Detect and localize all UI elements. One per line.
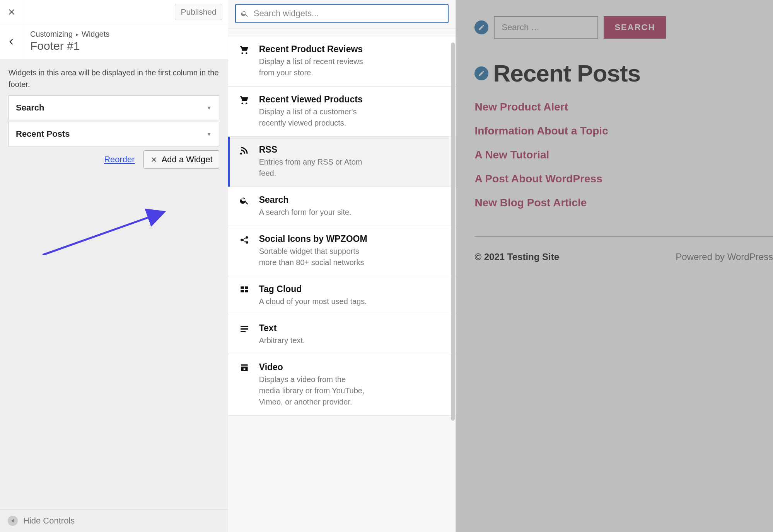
available-widget-recent-viewed-products[interactable]: Recent Viewed ProductsDisplay a list of …: [228, 87, 456, 137]
cart-icon: [238, 94, 251, 129]
area-description: Widgets in this area will be displayed i…: [0, 59, 228, 95]
widget-description: Arbitrary text.: [259, 335, 305, 346]
current-widget-recent-posts[interactable]: Recent Posts ▼: [9, 122, 219, 146]
svg-rect-3: [241, 290, 244, 292]
close-icon: [150, 156, 158, 163]
reorder-link[interactable]: Reorder: [104, 155, 135, 165]
share-icon: [238, 234, 251, 268]
back-button[interactable]: [0, 24, 23, 59]
available-widget-video[interactable]: VideoDisplays a video from the media lib…: [228, 354, 456, 416]
breadcrumb: Customizing ▸ Widgets: [30, 30, 221, 39]
svg-rect-2: [245, 286, 248, 289]
widget-title: Tag Cloud: [259, 284, 367, 294]
widgets-scrollbar[interactable]: [451, 42, 455, 527]
widget-text: VideoDisplays a video from the media lib…: [259, 362, 367, 408]
widget-description: A search form for your site.: [259, 207, 352, 218]
published-button[interactable]: Published: [175, 4, 222, 20]
site-preview: Search … SEARCH Recent Posts New Product…: [456, 0, 773, 532]
widget-title: Text: [259, 323, 305, 333]
hide-controls-button[interactable]: Hide Controls: [0, 509, 228, 532]
widget-title: RSS: [259, 144, 367, 155]
publish-status-area: Published: [23, 0, 228, 24]
widget-search-wrap: [228, 0, 456, 29]
widget-title: Recent Viewed Products: [259, 94, 367, 105]
close-icon: [7, 7, 16, 17]
widget-search-box[interactable]: [235, 4, 449, 23]
available-widget-recent-product-reviews[interactable]: Recent Product ReviewsDisplay a list of …: [228, 36, 456, 87]
widget-text: Recent Viewed ProductsDisplay a list of …: [259, 94, 367, 129]
available-widgets-panel: Recent Product ReviewsDisplay a list of …: [228, 0, 456, 532]
available-widget-tag-cloud[interactable]: Tag CloudA cloud of your most used tags.: [228, 276, 456, 315]
widget-text: RSSEntries from any RSS or Atom feed.: [259, 144, 367, 179]
chevron-down-icon: ▼: [206, 105, 212, 111]
widget-description: Display a list of a customer's recently …: [259, 106, 367, 129]
section-labels: Customizing ▸ Widgets Footer #1: [23, 24, 228, 59]
available-widget-text[interactable]: TextArbitrary text.: [228, 315, 456, 354]
widget-title: Video: [259, 362, 367, 372]
svg-rect-7: [241, 331, 246, 332]
widget-description: Sortable widget that supports more than …: [259, 246, 367, 268]
available-widget-social-icons-by-wpzoom[interactable]: Social Icons by WPZOOMSortable widget th…: [228, 226, 456, 276]
widget-description: Entries from any RSS or Atom feed.: [259, 156, 367, 179]
triangle-left-icon: [10, 518, 15, 523]
customizer-topbar: Published: [0, 0, 228, 24]
customizer-sidebar: Published Customizing ▸ Widgets Footer #…: [0, 0, 228, 532]
current-widget-label: Recent Posts: [16, 129, 70, 139]
widget-description: Display a list of recent reviews from yo…: [259, 56, 367, 78]
widget-description: A cloud of your most used tags.: [259, 296, 367, 307]
lines-icon: [238, 323, 251, 346]
add-widget-label: Add a Widget: [162, 155, 213, 165]
svg-marker-0: [11, 519, 14, 523]
search-icon: [241, 9, 249, 18]
chevron-left-icon: [8, 38, 15, 46]
widget-text: Social Icons by WPZOOMSortable widget th…: [259, 234, 367, 268]
add-widget-button[interactable]: Add a Widget: [143, 150, 219, 169]
widget-search-input[interactable]: [254, 8, 444, 19]
current-widget-label: Search: [16, 103, 44, 113]
rss-icon: [238, 144, 251, 179]
hide-controls-label: Hide Controls: [23, 516, 75, 526]
chevron-down-icon: ▼: [206, 131, 212, 137]
preview-dim-overlay: [456, 0, 773, 532]
widget-title: Recent Product Reviews: [259, 44, 367, 54]
grid-icon: [238, 284, 251, 307]
search-icon: [238, 195, 251, 218]
breadcrumb-separator-icon: ▸: [76, 31, 78, 37]
available-widget-rss[interactable]: RSSEntries from any RSS or Atom feed.: [228, 137, 456, 187]
section-title: Footer #1: [30, 39, 221, 53]
video-icon: [238, 362, 251, 408]
collapse-icon-circle: [8, 516, 18, 526]
available-widget-search[interactable]: SearchA search form for your site.: [228, 187, 456, 226]
svg-rect-5: [241, 326, 248, 327]
widget-text: SearchA search form for your site.: [259, 195, 352, 218]
current-widgets-list: Search ▼ Recent Posts ▼: [0, 95, 228, 148]
breadcrumb-customizing: Customizing: [30, 30, 73, 39]
svg-rect-4: [245, 290, 248, 292]
scrollbar-thumb[interactable]: [451, 42, 455, 421]
current-widget-search[interactable]: Search ▼: [9, 95, 219, 120]
widget-description: Displays a video from the media library …: [259, 374, 367, 408]
cart-icon: [238, 44, 251, 78]
widget-title: Social Icons by WPZOOM: [259, 234, 367, 244]
widget-text: Tag CloudA cloud of your most used tags.: [259, 284, 367, 307]
section-header: Customizing ▸ Widgets Footer #1: [0, 24, 228, 59]
widget-text: Recent Product ReviewsDisplay a list of …: [259, 44, 367, 78]
widget-actions: Reorder Add a Widget: [0, 148, 228, 169]
widget-title: Search: [259, 195, 352, 205]
breadcrumb-widgets: Widgets: [82, 30, 109, 39]
svg-rect-6: [241, 328, 248, 330]
available-widgets-list: Recent Product ReviewsDisplay a list of …: [228, 36, 456, 532]
close-customizer-button[interactable]: [0, 0, 23, 24]
widget-text: TextArbitrary text.: [259, 323, 305, 346]
svg-rect-1: [241, 286, 244, 289]
